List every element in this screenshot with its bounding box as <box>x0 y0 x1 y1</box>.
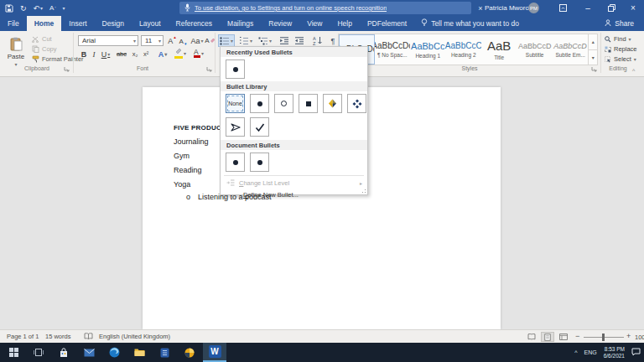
list-item[interactable]: Reading <box>174 166 202 174</box>
undo-icon[interactable]: ↶▾ <box>34 4 44 13</box>
app-icon-blue[interactable] <box>153 343 176 362</box>
tab-home[interactable]: Home <box>27 16 62 31</box>
menu-resize-handle[interactable] <box>361 188 366 193</box>
style-subtitle[interactable]: AaBbCcD Subtitle <box>517 34 552 65</box>
highlight-color-button[interactable]: ▾ <box>172 48 189 59</box>
font-family-select[interactable]: Arial ▾ <box>78 35 138 46</box>
page-count[interactable]: Page 1 of 1 <box>7 333 39 340</box>
mail-icon[interactable] <box>77 343 101 362</box>
document-bullet-filled-circle[interactable] <box>226 153 245 172</box>
redo-icon[interactable]: ↻ <box>20 4 27 13</box>
show-paragraph-marks-button[interactable]: ¶ <box>327 34 339 47</box>
tab-references[interactable]: References <box>169 16 220 31</box>
tab-help[interactable]: Help <box>330 16 359 31</box>
list-item[interactable]: Gym <box>174 152 190 160</box>
read-mode-button[interactable] <box>525 332 538 342</box>
document-bullet-filled-circle-2[interactable] <box>250 153 269 172</box>
styles-scroll-up-icon[interactable]: ▴ <box>589 34 597 49</box>
collapse-ribbon-icon[interactable]: ^ <box>632 68 635 74</box>
tab-mailings[interactable]: Mailings <box>220 16 261 31</box>
restore-button[interactable] <box>600 0 622 16</box>
font-color-button[interactable]: A ▾ <box>191 48 206 59</box>
task-view-button[interactable] <box>27 343 50 362</box>
change-list-level-item[interactable]: Change List Level ▸ <box>221 177 367 189</box>
font-size-select[interactable]: 11 ▾ <box>141 35 164 46</box>
tab-insert[interactable]: Insert <box>61 16 94 31</box>
tell-me-box[interactable]: Tell me what you want to do <box>414 16 526 31</box>
text-effects-button[interactable]: A▾ <box>155 49 170 59</box>
recent-bullet-filled-circle[interactable] <box>226 59 245 79</box>
minimize-button[interactable]: – <box>577 0 599 16</box>
proofing-status-icon[interactable] <box>84 333 93 342</box>
list-item[interactable]: Yoga <box>174 180 190 189</box>
replace-button[interactable]: Replace <box>605 45 637 53</box>
style-heading-2[interactable]: AaBbCcC Heading 2 <box>445 34 480 65</box>
cut-button[interactable]: Cut <box>32 35 52 43</box>
list-item[interactable]: Journaling <box>174 137 209 146</box>
numbering-button[interactable]: ▾ <box>237 34 254 47</box>
style-no-spacing[interactable]: AaBbCcDc ¶ No Spac... <box>375 34 410 65</box>
define-new-bullet-item[interactable]: Define New Bullet... <box>221 189 367 200</box>
store-icon[interactable] <box>52 343 75 362</box>
web-layout-button[interactable] <box>557 332 570 342</box>
word-count[interactable]: 15 words <box>45 333 70 340</box>
styles-more-icon[interactable]: ▾ <box>589 49 597 65</box>
save-icon[interactable] <box>5 4 13 13</box>
subscript-button[interactable]: x₂ <box>130 49 140 59</box>
tab-design[interactable]: Design <box>95 16 132 31</box>
customize-qat-icon[interactable]: ▾ <box>62 6 65 11</box>
select-button[interactable]: Select ▾ <box>605 55 636 63</box>
grow-font-button[interactable]: A▴ <box>167 35 177 46</box>
multilevel-list-button[interactable]: ▾ <box>257 34 273 47</box>
bullet-arrowhead[interactable] <box>226 117 245 137</box>
close-button[interactable]: × <box>622 0 644 16</box>
change-case-button[interactable]: Aa▾ <box>190 35 205 46</box>
bold-button[interactable]: B <box>80 49 88 59</box>
dictation-notification[interactable]: To use dictation, go to Settings and tur… <box>179 2 471 14</box>
language-status[interactable]: English (United Kingdom) <box>99 333 170 340</box>
format-painter-button[interactable]: Format Painter <box>32 55 84 63</box>
bullet-filled-circle[interactable] <box>250 94 269 113</box>
underline-button[interactable]: U▾ <box>99 49 112 59</box>
style-subtle-emphasis[interactable]: AaBbCcD Subtle Em... <box>553 34 588 65</box>
tab-pdfelement[interactable]: PDFelement <box>360 16 414 31</box>
notification-text[interactable]: To use dictation, go to Settings and tur… <box>195 4 387 12</box>
ribbon-display-options-icon[interactable] <box>552 0 574 16</box>
bullet-filled-square[interactable] <box>299 94 318 113</box>
account-name[interactable]: Patricia Mworozi <box>485 0 535 16</box>
copy-button[interactable]: Copy <box>32 45 57 53</box>
bullet-diamond-3d[interactable] <box>323 94 342 113</box>
edge-icon[interactable] <box>102 343 126 362</box>
bullet-four-diamonds[interactable] <box>347 94 366 113</box>
increase-indent-button[interactable] <box>293 34 306 47</box>
zoom-out-button[interactable]: − <box>575 332 579 340</box>
zoom-slider-thumb[interactable] <box>602 334 605 341</box>
qat-extra-icon[interactable]: A' <box>49 4 55 12</box>
style-heading-1[interactable]: AaBbCc Heading 1 <box>410 34 445 65</box>
clear-formatting-button[interactable]: A <box>205 35 215 46</box>
italic-button[interactable]: I <box>91 49 97 59</box>
bullet-checkmark[interactable] <box>250 117 269 137</box>
bullet-hollow-circle[interactable] <box>274 94 293 113</box>
sort-button[interactable]: AZ <box>311 34 325 47</box>
app-icon-round[interactable] <box>178 343 201 362</box>
clock[interactable]: 8:53 PM 6/6/2021 <box>604 346 625 359</box>
clipboard-dialog-launcher-icon[interactable] <box>64 66 70 73</box>
word-taskbar-button[interactable]: W <box>203 343 226 362</box>
superscript-button[interactable]: x² <box>141 49 151 59</box>
tab-layout[interactable]: Layout <box>132 16 169 31</box>
shrink-font-button[interactable]: A▾ <box>178 36 188 47</box>
start-button[interactable] <box>2 343 25 362</box>
language-indicator[interactable]: ENG <box>584 349 597 355</box>
zoom-in-button[interactable]: + <box>626 332 631 340</box>
show-hidden-icons[interactable]: ^ <box>574 349 577 355</box>
file-explorer-icon[interactable] <box>127 343 151 362</box>
tab-review[interactable]: Review <box>261 16 299 31</box>
tab-file[interactable]: File <box>0 16 27 31</box>
decrease-indent-button[interactable] <box>278 34 291 47</box>
share-button[interactable]: Share <box>595 16 644 31</box>
avatar[interactable]: PM <box>528 3 539 13</box>
strikethrough-button[interactable]: abc <box>115 49 128 59</box>
bullet-none[interactable]: None <box>226 94 245 113</box>
font-dialog-launcher-icon[interactable] <box>206 66 213 73</box>
